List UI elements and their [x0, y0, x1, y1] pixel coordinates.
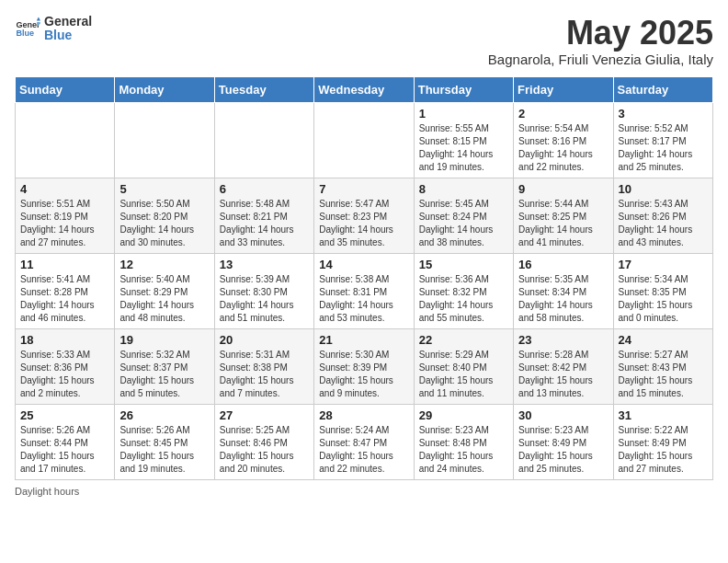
day-header-monday: Monday [115, 76, 214, 102]
logo-blue-text: Blue [44, 29, 92, 42]
calendar-cell: 28Sunrise: 5:24 AM Sunset: 8:47 PM Dayli… [314, 404, 414, 479]
logo-icon: General Blue [15, 16, 40, 41]
logo: General Blue General Blue [15, 15, 92, 43]
day-number: 4 [20, 182, 109, 196]
calendar-cell: 9Sunrise: 5:44 AM Sunset: 8:25 PM Daylig… [514, 178, 613, 253]
day-number: 25 [20, 408, 109, 422]
calendar-cell: 17Sunrise: 5:34 AM Sunset: 8:35 PM Dayli… [613, 253, 712, 328]
day-number: 30 [518, 408, 608, 422]
week-row-2: 4Sunrise: 5:51 AM Sunset: 8:19 PM Daylig… [16, 178, 713, 253]
day-number: 24 [619, 333, 708, 347]
calendar-cell: 15Sunrise: 5:36 AM Sunset: 8:32 PM Dayli… [414, 253, 513, 328]
calendar-cell: 6Sunrise: 5:48 AM Sunset: 8:21 PM Daylig… [214, 178, 313, 253]
calendar-cell: 3Sunrise: 5:52 AM Sunset: 8:17 PM Daylig… [613, 102, 712, 178]
calendar-cell: 30Sunrise: 5:23 AM Sunset: 8:49 PM Dayli… [514, 404, 613, 479]
day-info: Sunrise: 5:30 AM Sunset: 8:39 PM Dayligh… [319, 349, 408, 400]
day-info: Sunrise: 5:38 AM Sunset: 8:31 PM Dayligh… [319, 273, 408, 325]
week-row-5: 25Sunrise: 5:26 AM Sunset: 8:44 PM Dayli… [16, 404, 713, 479]
day-number: 5 [119, 182, 209, 196]
day-info: Sunrise: 5:40 AM Sunset: 8:29 PM Dayligh… [119, 273, 209, 325]
day-info: Sunrise: 5:27 AM Sunset: 8:43 PM Dayligh… [619, 349, 708, 400]
calendar-cell: 27Sunrise: 5:25 AM Sunset: 8:46 PM Dayli… [214, 404, 313, 479]
day-info: Sunrise: 5:23 AM Sunset: 8:49 PM Dayligh… [518, 424, 608, 476]
day-info: Sunrise: 5:35 AM Sunset: 8:34 PM Dayligh… [518, 273, 608, 325]
day-number: 19 [119, 333, 209, 347]
calendar-cell: 7Sunrise: 5:47 AM Sunset: 8:23 PM Daylig… [314, 178, 414, 253]
day-info: Sunrise: 5:32 AM Sunset: 8:37 PM Dayligh… [119, 349, 209, 400]
day-number: 29 [419, 408, 508, 422]
week-row-3: 11Sunrise: 5:41 AM Sunset: 8:28 PM Dayli… [16, 253, 713, 328]
week-row-1: 1Sunrise: 5:55 AM Sunset: 8:15 PM Daylig… [16, 102, 713, 178]
title-block: May 2025 Bagnarola, Friuli Venezia Giuli… [488, 15, 713, 67]
day-info: Sunrise: 5:55 AM Sunset: 8:15 PM Dayligh… [419, 122, 508, 174]
day-info: Sunrise: 5:29 AM Sunset: 8:40 PM Dayligh… [419, 349, 508, 400]
day-info: Sunrise: 5:54 AM Sunset: 8:16 PM Dayligh… [518, 122, 608, 174]
calendar-cell: 25Sunrise: 5:26 AM Sunset: 8:44 PM Dayli… [16, 404, 115, 479]
day-info: Sunrise: 5:48 AM Sunset: 8:21 PM Dayligh… [220, 198, 309, 249]
calendar-cell: 10Sunrise: 5:43 AM Sunset: 8:26 PM Dayli… [613, 178, 712, 253]
calendar-cell: 26Sunrise: 5:26 AM Sunset: 8:45 PM Dayli… [115, 404, 214, 479]
calendar-cell: 8Sunrise: 5:45 AM Sunset: 8:24 PM Daylig… [414, 178, 513, 253]
day-number: 10 [619, 182, 708, 196]
calendar-cell [16, 102, 115, 178]
day-number: 6 [220, 182, 309, 196]
day-number: 26 [119, 408, 209, 422]
calendar-subtitle: Bagnarola, Friuli Venezia Giulia, Italy [488, 52, 713, 67]
calendar-cell: 16Sunrise: 5:35 AM Sunset: 8:34 PM Dayli… [514, 253, 613, 328]
day-info: Sunrise: 5:47 AM Sunset: 8:23 PM Dayligh… [319, 198, 408, 249]
svg-marker-2 [37, 17, 40, 21]
day-number: 20 [220, 333, 309, 347]
day-info: Sunrise: 5:36 AM Sunset: 8:32 PM Dayligh… [419, 273, 508, 325]
day-header-sunday: Sunday [16, 76, 115, 102]
day-info: Sunrise: 5:50 AM Sunset: 8:20 PM Dayligh… [119, 198, 209, 249]
week-row-4: 18Sunrise: 5:33 AM Sunset: 8:36 PM Dayli… [16, 328, 713, 404]
day-info: Sunrise: 5:34 AM Sunset: 8:35 PM Dayligh… [619, 273, 708, 325]
calendar-cell: 18Sunrise: 5:33 AM Sunset: 8:36 PM Dayli… [16, 328, 115, 404]
calendar-cell: 2Sunrise: 5:54 AM Sunset: 8:16 PM Daylig… [514, 102, 613, 178]
day-info: Sunrise: 5:26 AM Sunset: 8:45 PM Dayligh… [119, 424, 209, 476]
svg-text:General: General [16, 20, 40, 29]
calendar-cell: 19Sunrise: 5:32 AM Sunset: 8:37 PM Dayli… [115, 328, 214, 404]
day-number: 13 [220, 258, 309, 271]
day-number: 21 [319, 333, 408, 347]
calendar-cell: 23Sunrise: 5:28 AM Sunset: 8:42 PM Dayli… [514, 328, 613, 404]
day-number: 27 [220, 408, 309, 422]
calendar-cell: 13Sunrise: 5:39 AM Sunset: 8:30 PM Dayli… [214, 253, 313, 328]
day-number: 17 [619, 258, 708, 271]
header-row: SundayMondayTuesdayWednesdayThursdayFrid… [16, 76, 713, 102]
calendar-cell: 31Sunrise: 5:22 AM Sunset: 8:49 PM Dayli… [613, 404, 712, 479]
day-number: 9 [518, 182, 608, 196]
calendar-cell: 12Sunrise: 5:40 AM Sunset: 8:29 PM Dayli… [115, 253, 214, 328]
day-number: 2 [518, 107, 608, 121]
calendar-cell: 22Sunrise: 5:29 AM Sunset: 8:40 PM Dayli… [414, 328, 513, 404]
day-number: 1 [419, 107, 508, 121]
calendar-cell [115, 102, 214, 178]
calendar-cell: 14Sunrise: 5:38 AM Sunset: 8:31 PM Dayli… [314, 253, 414, 328]
day-info: Sunrise: 5:28 AM Sunset: 8:42 PM Dayligh… [518, 349, 608, 400]
calendar-cell: 4Sunrise: 5:51 AM Sunset: 8:19 PM Daylig… [16, 178, 115, 253]
calendar-cell: 29Sunrise: 5:23 AM Sunset: 8:48 PM Dayli… [414, 404, 513, 479]
calendar-table: SundayMondayTuesdayWednesdayThursdayFrid… [15, 76, 713, 480]
footer-note: Daylight hours [15, 486, 713, 497]
day-info: Sunrise: 5:22 AM Sunset: 8:49 PM Dayligh… [619, 424, 708, 476]
day-info: Sunrise: 5:31 AM Sunset: 8:38 PM Dayligh… [220, 349, 309, 400]
day-number: 18 [20, 333, 109, 347]
day-info: Sunrise: 5:52 AM Sunset: 8:17 PM Dayligh… [619, 122, 708, 174]
day-number: 7 [319, 182, 408, 196]
day-info: Sunrise: 5:41 AM Sunset: 8:28 PM Dayligh… [20, 273, 109, 325]
calendar-cell: 11Sunrise: 5:41 AM Sunset: 8:28 PM Dayli… [16, 253, 115, 328]
svg-text:Blue: Blue [16, 29, 34, 39]
day-info: Sunrise: 5:51 AM Sunset: 8:19 PM Dayligh… [20, 198, 109, 249]
day-info: Sunrise: 5:39 AM Sunset: 8:30 PM Dayligh… [220, 273, 309, 325]
calendar-cell [314, 102, 414, 178]
day-number: 14 [319, 258, 408, 271]
day-header-thursday: Thursday [414, 76, 513, 102]
day-number: 8 [419, 182, 508, 196]
day-info: Sunrise: 5:45 AM Sunset: 8:24 PM Dayligh… [419, 198, 508, 249]
day-info: Sunrise: 5:44 AM Sunset: 8:25 PM Dayligh… [518, 198, 608, 249]
day-header-friday: Friday [514, 76, 613, 102]
calendar-cell: 5Sunrise: 5:50 AM Sunset: 8:20 PM Daylig… [115, 178, 214, 253]
day-number: 31 [619, 408, 708, 422]
day-info: Sunrise: 5:43 AM Sunset: 8:26 PM Dayligh… [619, 198, 708, 249]
calendar-cell [214, 102, 313, 178]
